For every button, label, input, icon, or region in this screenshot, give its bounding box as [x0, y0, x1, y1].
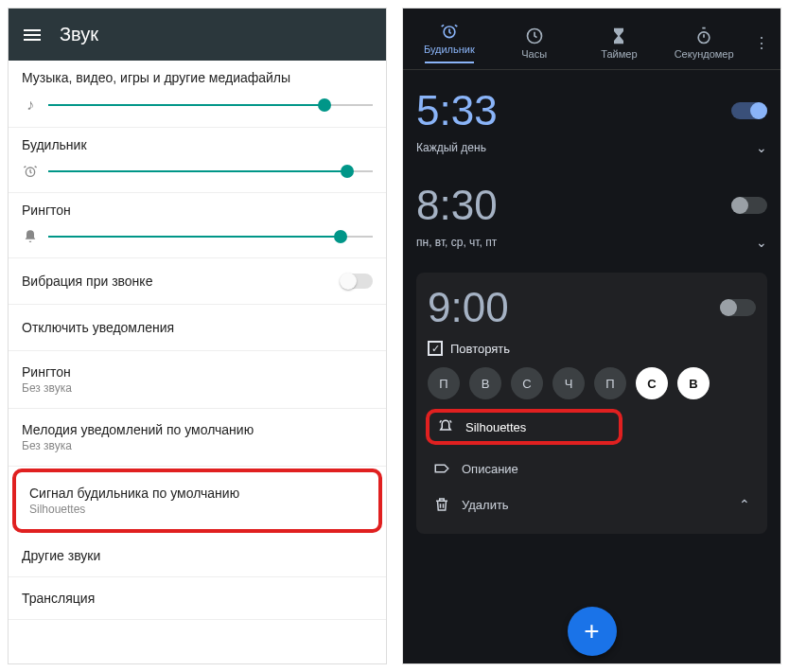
alarm-list: 5:33 Каждый день ⌄ 8:30 пн, вт, ср, чт, …	[403, 70, 780, 663]
tab-stopwatch[interactable]: Секундомер	[661, 21, 746, 65]
default-alarm-signal-row[interactable]: Сигнал будильника по умолчанию Silhouett…	[16, 472, 378, 529]
description-label: Описание	[462, 462, 518, 476]
tab-alarm-label: Будильник	[424, 44, 475, 55]
label-icon	[433, 460, 450, 477]
chevron-down-icon[interactable]: ⌄	[756, 140, 767, 155]
alarm-schedule: Каждый день	[416, 141, 486, 154]
add-alarm-button[interactable]: +	[568, 607, 617, 656]
slider-label-media: Музыка, видео, игры и другие медиафайлы	[9, 61, 386, 91]
tab-clock-label: Часы	[521, 48, 547, 60]
delete-label: Удалить	[462, 498, 509, 512]
page-title: Звук	[60, 24, 98, 45]
vibration-toggle-row[interactable]: Вибрация при звонке	[9, 258, 386, 305]
tab-timer[interactable]: Таймер	[577, 21, 662, 65]
switch-off[interactable]	[341, 274, 373, 289]
clock-alarm-screen: Будильник Часы Таймер Секундомер ⋮ 5:33	[402, 8, 781, 664]
slider-label-ringtone: Рингтон	[9, 193, 386, 223]
day-chip[interactable]: С	[511, 367, 543, 399]
settings-sound-screen: Звук Музыка, видео, игры и другие медиаф…	[8, 8, 387, 664]
menu-icon[interactable]	[24, 29, 41, 41]
alarm-time[interactable]: 8:30	[416, 182, 498, 229]
dnd-label: Отключить уведомления	[22, 320, 174, 335]
highlight-box: Silhouettes	[426, 409, 622, 445]
settings-content: Музыка, видео, игры и другие медиафайлы …	[9, 61, 386, 663]
trash-icon	[433, 496, 450, 513]
ringtone-sub: Без звука	[22, 381, 373, 395]
day-chip[interactable]: В	[677, 367, 710, 399]
bell-icon	[22, 229, 39, 244]
alarm-toggle[interactable]	[731, 102, 767, 119]
alarm-item[interactable]: 5:33 Каждый день ⌄	[416, 78, 767, 172]
weekday-row: П В С Ч П С В	[428, 367, 756, 399]
alarm-toggle[interactable]	[731, 197, 767, 214]
alarm-item-expanded: 9:00 ✓ Повторять П В С Ч П С В Silhouet	[416, 273, 767, 534]
clock-icon	[525, 27, 544, 45]
notif-title: Мелодия уведомлений по умолчанию	[22, 422, 373, 437]
tab-alarm[interactable]: Будильник	[407, 16, 492, 69]
day-chip[interactable]: П	[428, 367, 460, 399]
notif-sub: Без звука	[22, 439, 373, 452]
tab-bar: Будильник Часы Таймер Секундомер ⋮	[403, 9, 780, 70]
other-sounds-title: Другие звуки	[22, 548, 373, 563]
alarm-toggle[interactable]	[720, 299, 756, 316]
music-note-icon: ♪	[22, 97, 39, 114]
tab-clock[interactable]: Часы	[492, 21, 577, 65]
checkbox-checked-icon[interactable]: ✓	[428, 341, 443, 356]
alarm-time[interactable]: 9:00	[428, 284, 509, 331]
description-row[interactable]: Описание	[428, 451, 756, 486]
alarm-item[interactable]: 8:30 пн, вт, ср, чт, пт ⌄	[416, 172, 767, 267]
day-chip[interactable]: В	[469, 367, 501, 399]
ringtone-title: Рингтон	[22, 364, 373, 380]
stopwatch-icon	[694, 27, 713, 45]
highlight-box: Сигнал будильника по умолчанию Silhouett…	[12, 469, 382, 533]
tab-timer-label: Таймер	[601, 48, 637, 60]
repeat-label: Повторять	[450, 342, 510, 356]
delete-row[interactable]: Удалить ⌃	[428, 486, 756, 522]
repeat-row[interactable]: ✓ Повторять	[428, 341, 756, 356]
tab-stopwatch-label: Секундомер	[675, 48, 734, 60]
other-sounds-row[interactable]: Другие звуки	[9, 535, 386, 577]
slider-label-alarm: Будильник	[9, 128, 386, 158]
alarm-signal-sub: Silhouettes	[29, 503, 365, 516]
alarm-signal-title: Сигнал будильника по умолчанию	[29, 486, 365, 501]
alarm-icon	[22, 164, 39, 179]
alarm-icon	[440, 22, 459, 41]
casting-title: Трансляция	[22, 591, 373, 606]
ringtone-row[interactable]: Рингтон Без звука	[9, 351, 386, 409]
alarm-ringtone-label[interactable]: Silhouettes	[465, 420, 526, 434]
day-chip[interactable]: Ч	[552, 367, 585, 399]
slider-track[interactable]	[48, 236, 373, 238]
media-volume-slider[interactable]: ♪	[9, 91, 386, 128]
chevron-down-icon[interactable]: ⌄	[756, 235, 767, 250]
alarm-schedule: пн, вт, ср, чт, пт	[416, 236, 497, 249]
alarm-volume-slider[interactable]	[9, 158, 386, 193]
vibration-label: Вибрация при звонке	[22, 274, 152, 289]
alarm-time[interactable]: 5:33	[416, 87, 498, 134]
ringtone-volume-slider[interactable]	[9, 223, 386, 258]
slider-track[interactable]	[48, 104, 373, 106]
day-chip[interactable]: П	[594, 367, 626, 399]
overflow-menu-icon[interactable]: ⋮	[746, 27, 777, 60]
chevron-up-icon[interactable]: ⌃	[739, 497, 750, 512]
dnd-row[interactable]: Отключить уведомления	[9, 305, 386, 351]
slider-track[interactable]	[48, 170, 373, 172]
day-chip[interactable]: С	[636, 367, 668, 399]
bell-ring-icon	[437, 418, 454, 435]
appbar: Звук	[9, 9, 386, 61]
hourglass-icon	[609, 27, 628, 45]
notification-melody-row[interactable]: Мелодия уведомлений по умолчанию Без зву…	[9, 409, 386, 467]
casting-row[interactable]: Трансляция	[9, 577, 386, 620]
